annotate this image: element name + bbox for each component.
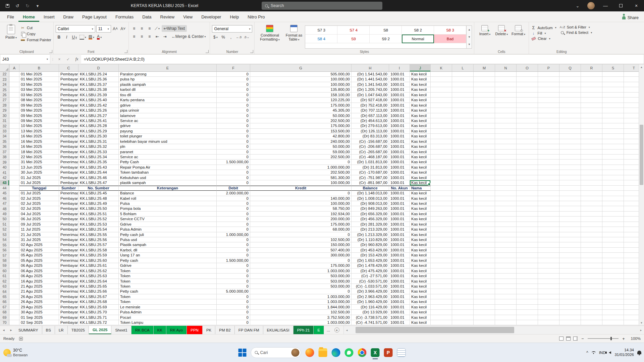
cell-R45[interactable] <box>581 191 602 196</box>
cell-B25[interactable]: 03 Mei 2025 <box>19 87 59 92</box>
cell-P45[interactable] <box>538 191 559 196</box>
cell-F22[interactable]: 0 <box>217 72 250 77</box>
cell-B36[interactable]: 16 Mei 2025 <box>19 144 59 149</box>
cell-B24[interactable]: 03 Mei 2025 <box>19 82 59 87</box>
cell-P46[interactable] <box>538 196 559 201</box>
cell-J31[interactable]: Kas kecil <box>410 118 431 123</box>
cell-H50[interactable]: (Dr) 456.329,00 <box>352 217 389 222</box>
zoom-level[interactable]: 100% <box>629 337 641 341</box>
ribbon-tab-help[interactable]: Help <box>225 12 243 22</box>
cell-O46[interactable] <box>517 196 538 201</box>
cell-S35[interactable] <box>602 139 624 144</box>
cell-R28[interactable] <box>581 103 602 108</box>
column-header-K[interactable]: K <box>431 64 452 72</box>
cell-P40[interactable] <box>538 165 559 170</box>
column-header-R[interactable]: R <box>581 64 602 72</box>
merge-center-button[interactable]: ↔ Merge & Center▾ <box>169 33 208 40</box>
cell-L42[interactable] <box>452 175 474 180</box>
cell-K48[interactable] <box>431 206 452 211</box>
cell-B40[interactable]: 13 Jun 2025 <box>19 165 59 170</box>
cell-F35[interactable]: 0 <box>217 139 250 144</box>
cell-S70[interactable] <box>602 320 624 325</box>
cell-I28[interactable]: 1000.01 <box>389 103 410 108</box>
cell-M63[interactable] <box>474 284 495 289</box>
ribbon-tab-view[interactable]: View <box>179 12 197 22</box>
cell-J43[interactable]: Kas kecil <box>410 180 431 185</box>
cell-F25[interactable]: 0 <box>217 87 250 92</box>
row-header-43[interactable]: 43 <box>0 180 9 185</box>
cell-C33[interactable]: Pembayaran <box>59 129 78 134</box>
cell-M65[interactable] <box>474 294 495 299</box>
sheet-tab-fp-dan-fm[interactable]: FP DAN FM <box>235 326 263 334</box>
cell-K40[interactable] <box>431 165 452 170</box>
cell-G31[interactable]: 202.500,00 <box>250 118 352 123</box>
cell-D52[interactable]: KK.LSBU.25.54 <box>78 227 119 232</box>
cell-C23[interactable]: Pembayaran <box>59 77 78 82</box>
cell-L23[interactable] <box>452 77 474 82</box>
cell-D43[interactable]: KK.LSBU.25.47 <box>78 180 119 185</box>
cell-S63[interactable] <box>602 284 624 289</box>
cell-I47[interactable]: 1000.01 <box>389 201 410 206</box>
cell-Q68[interactable] <box>559 310 581 315</box>
cell-D69[interactable]: KK.LSBU.25.71 <box>78 315 119 320</box>
cell-J28[interactable]: Kas kecil <box>410 103 431 108</box>
cell-N35[interactable] <box>495 139 517 144</box>
cell-R27[interactable] <box>581 98 602 103</box>
sheet-tab-ekualisasi[interactable]: EKUALISASI <box>263 326 293 334</box>
cell-E58[interactable]: Petty cash <box>119 258 217 263</box>
cell-Q65[interactable] <box>559 294 581 299</box>
cell-H42[interactable]: (Cr) -751.987,00 <box>352 175 389 180</box>
cell-P56[interactable] <box>538 248 559 253</box>
cell-Q57[interactable] <box>559 253 581 258</box>
cell-F66[interactable]: 0 <box>217 299 250 304</box>
cell-R33[interactable] <box>581 129 602 134</box>
cell-A22[interactable] <box>9 72 19 77</box>
cell-R49[interactable] <box>581 212 602 217</box>
cell-S37[interactable] <box>602 149 624 155</box>
cell-N51[interactable] <box>495 222 517 227</box>
cell-S65[interactable] <box>602 294 624 299</box>
cell-O26[interactable] <box>517 93 538 98</box>
cell-B23[interactable]: 01 Mei 2025 <box>19 77 59 82</box>
cell-K67[interactable] <box>431 305 452 310</box>
cell-F33[interactable]: 0 <box>217 129 250 134</box>
increase-indent-icon[interactable]: ⇥ <box>162 33 168 40</box>
sheet-tab-lr[interactable]: LR <box>55 326 68 334</box>
cell-Q35[interactable] <box>559 139 581 144</box>
cell-B22[interactable]: 01 Mei 2025 <box>19 72 59 77</box>
italic-button[interactable]: I <box>63 34 70 41</box>
cell-M30[interactable] <box>474 113 495 118</box>
row-header-68[interactable]: 68 <box>0 310 9 315</box>
cell-L35[interactable] <box>452 139 474 144</box>
cell-B51[interactable]: 09 Jul 2025 <box>19 222 59 227</box>
page-break-view-icon[interactable] <box>573 337 578 341</box>
cell-I25[interactable]: 1000.01 <box>389 87 410 92</box>
cell-N41[interactable] <box>495 170 517 175</box>
cell-C41[interactable]: Pembayaran <box>59 170 78 175</box>
cell-R68[interactable] <box>581 310 602 315</box>
cell-I33[interactable]: 1000.01 <box>389 129 410 134</box>
cell-L65[interactable] <box>452 294 474 299</box>
cell-I32[interactable]: 1000.01 <box>389 123 410 128</box>
cell-K36[interactable] <box>431 144 452 149</box>
cell-P24[interactable] <box>538 82 559 87</box>
cell-C42[interactable]: Pembayaran <box>59 175 78 180</box>
cell-style-s9[interactable]: S9 <box>337 35 370 43</box>
cell-R56[interactable] <box>581 248 602 253</box>
cell-B52[interactable]: 11 Jul 2025 <box>19 227 59 232</box>
cell-M42[interactable] <box>474 175 495 180</box>
cell-R63[interactable] <box>581 284 602 289</box>
scroll-down-icon[interactable]: ▼ <box>639 320 644 325</box>
row-header-46[interactable]: 46 <box>0 196 9 201</box>
cell-S22[interactable] <box>602 72 624 77</box>
font-size-combo[interactable]: 11▾ <box>96 25 111 33</box>
cell-E33[interactable]: payung <box>119 129 217 134</box>
column-header-E[interactable]: E <box>119 64 217 72</box>
whatsapp-icon[interactable] <box>345 348 354 357</box>
cell-C62[interactable]: Pembayaran <box>59 279 78 284</box>
vertical-scrollbar[interactable]: ▲ ▼ <box>639 64 644 325</box>
cell-D22[interactable]: KK.LSBU.25.24 <box>78 72 119 77</box>
cell-H53[interactable]: (Dr) 1.213.329,00 <box>352 232 389 237</box>
cell-F29[interactable]: 0 <box>217 108 250 113</box>
cell-I60[interactable]: 1000.01 <box>389 268 410 274</box>
